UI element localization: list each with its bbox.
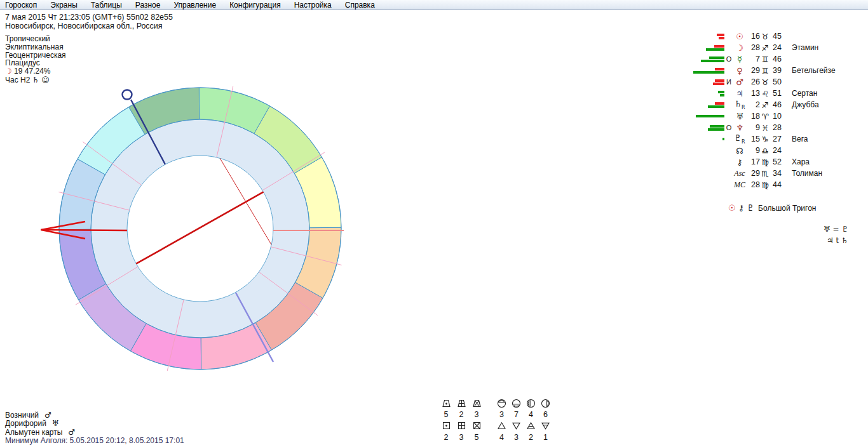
planet-table-row: И♂26♉50	[690, 76, 868, 88]
planet-table-row: ⚷17♍52Хара	[690, 156, 868, 168]
moon-phase-value: 19 47.24%	[14, 67, 50, 76]
planet-table-row: ☽28♐24Этамин	[690, 42, 868, 53]
planet-glyph: ♂	[733, 77, 746, 87]
axis-line	[41, 230, 127, 230]
distribution-count: 3	[499, 410, 504, 419]
mc-marker-icon	[123, 90, 132, 100]
strength-bar	[709, 56, 724, 59]
strength-bar	[714, 45, 724, 48]
distribution-count: 4	[499, 433, 504, 442]
planet-glyph: ☿	[733, 55, 746, 64]
distribution-table-crosses: 523235	[438, 397, 484, 442]
planet-glyph: ♀	[733, 66, 746, 76]
planet-glyph: ☽	[733, 43, 746, 53]
menu-item-7[interactable]: Настройка	[294, 1, 332, 10]
planet-table-row: ♅18♈10	[690, 110, 868, 122]
chart-designations: Возничий♂Дорифорий♅Альмутен карты♂ Миним…	[5, 411, 184, 445]
menu-item-5[interactable]: Управление	[173, 1, 216, 10]
strength-bar	[708, 105, 724, 108]
strength-bar	[710, 125, 724, 128]
menu-item-2[interactable]: Экраны	[50, 1, 77, 10]
strength-bar	[696, 115, 724, 117]
planet-table-row: ☊9♎24	[690, 145, 868, 156]
strength-bar	[693, 71, 724, 74]
planet-table-row: О☿7♊46	[690, 53, 868, 65]
planet-table-row: Asc29♏34Толиман	[690, 168, 868, 179]
chart-settings-list: ТропическийЭклиптикальнаяГеоцентрическая…	[5, 35, 66, 67]
strength-bar	[719, 37, 724, 39]
distribution-count: 4	[529, 410, 533, 419]
chart-datetime: 7 мая 2015 Чт 21:23:05 (GMT+6) 55n02 82e…	[5, 13, 173, 22]
distribution-count: 2	[459, 410, 464, 419]
distribution-count: 2	[529, 433, 533, 442]
config-pair-uranus-pluto: ♅ = ♇	[824, 225, 848, 234]
config-grand-trine: ☉ ⚷ ♇ Большой Тригон	[728, 203, 816, 213]
distribution-count: 1	[543, 433, 548, 442]
planet-glyph: ♅	[733, 112, 746, 121]
designation-row: Возничий♂	[5, 411, 184, 420]
planet-table-row: ♄R2♐46Джубба	[690, 99, 868, 110]
tri-up-bar-icon	[526, 421, 536, 430]
strength-bar	[722, 138, 724, 140]
circ-right-icon	[541, 399, 550, 408]
circ-bottom-icon	[512, 399, 521, 408]
distribution-table-elements: 37464321	[494, 397, 553, 442]
menu-item-8[interactable]: Справка	[345, 1, 375, 10]
distribution-count: 3	[459, 433, 464, 442]
planet-table-row: ☉16♉45	[690, 30, 868, 42]
planet-glyph: ☊	[733, 146, 746, 156]
planet-table-row: ♀29♊39Бетельгейзе	[690, 65, 868, 76]
planet-glyph: ☉	[733, 32, 746, 41]
planet-glyph: ♃	[733, 89, 746, 98]
sq-dot-icon	[442, 421, 451, 430]
strength-bar	[715, 79, 724, 82]
menu-item-4[interactable]: Разное	[135, 1, 161, 10]
setting-line: Тропический	[5, 35, 66, 43]
planet-glyph: ⚷	[733, 157, 746, 167]
designation-row: Альмутен карты♂	[5, 428, 184, 437]
menu-item-3[interactable]: Таблицы	[91, 1, 122, 10]
strength-bar	[717, 34, 724, 36]
distribution-count: 2	[444, 433, 449, 442]
menu-item-1[interactable]: Гороскоп	[5, 1, 37, 10]
strength-bar	[715, 102, 724, 105]
config-pair-jupiter-saturn: ♃ t ♄	[827, 236, 848, 245]
planet-table-row: ♇R15♑27Вега	[690, 133, 868, 145]
menu-bar: ГороскопЭкраныТаблицыРазноеУправлениеКон…	[0, 0, 868, 10]
distribution-count: 5	[475, 433, 479, 442]
planet-table-row: О♆9♓28	[690, 122, 868, 133]
planet-glyph: Asc	[733, 169, 746, 178]
tri-down-icon	[512, 421, 521, 430]
app-window: ГороскопЭкраныТаблицыРазноеУправлениеКон…	[0, 0, 868, 445]
strength-bar	[701, 60, 724, 62]
strength-bar	[715, 68, 724, 70]
moon-icon: ☽	[5, 67, 12, 76]
designation-row: Дорифорий♅	[5, 420, 184, 428]
hour-label: Час Н2	[5, 76, 30, 84]
grand-trine-label: Большой Тригон	[758, 204, 816, 213]
circ-left-icon	[526, 399, 536, 408]
planet-table-row: ♃13♌51Сертан	[690, 88, 868, 99]
distribution-count: 7	[514, 410, 519, 419]
planet-positions-table: ☉16♉45☽28♐24ЭтаминО☿7♊46♀29♊39Бетельгейз…	[690, 30, 868, 190]
distribution-count: 3	[475, 410, 479, 419]
distribution-count: 6	[543, 410, 548, 419]
algol-minimum-line: Минимум Алголя: 5.05.2015 20:12, 8.05.20…	[5, 437, 184, 445]
tri-down-bar-icon	[541, 421, 550, 430]
strength-bar	[708, 128, 724, 131]
planet-table-row: MC28♍44	[690, 179, 868, 190]
circ-top-icon	[497, 399, 506, 408]
strength-bar	[713, 83, 724, 85]
distribution-count: 3	[514, 433, 519, 442]
planetary-hour-icons: ♄ ☺	[32, 76, 50, 84]
trap-x-icon	[472, 399, 482, 408]
sq-cross-icon	[457, 421, 466, 430]
strength-bar	[718, 91, 724, 93]
chart-location: Новосибирск, Новосибирская обл., Россия	[5, 22, 173, 30]
menu-item-6[interactable]: Конфигурация	[229, 1, 281, 10]
trap-dot-icon	[442, 399, 451, 408]
setting-line: Эклиптикальная	[5, 43, 66, 51]
chart-header: 7 мая 2015 Чт 21:23:05 (GMT+6) 55n02 82e…	[5, 13, 173, 30]
planet-glyph: ♇R	[733, 133, 746, 145]
grand-trine-planet-icons: ☉ ⚷ ♇	[728, 203, 754, 213]
